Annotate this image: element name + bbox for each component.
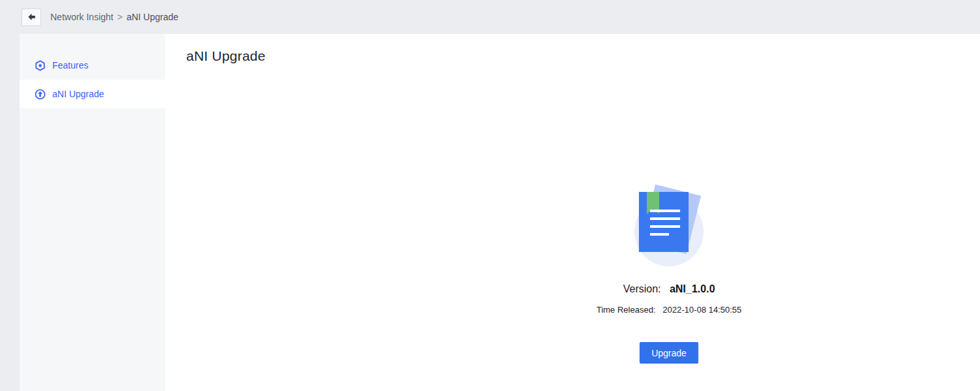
upgrade-panel: Version: aNI_1.0.0 Time Released: 2022-1… — [596, 189, 742, 364]
main-shell: Features aNI Upgrade aNI Upgrade — [0, 34, 980, 391]
left-gutter — [0, 34, 20, 391]
top-bar: Network Insight > aNI Upgrade — [0, 0, 980, 34]
breadcrumb-separator: > — [117, 12, 122, 22]
version-label: Version: — [623, 283, 661, 294]
breadcrumb-parent[interactable]: Network Insight — [50, 12, 113, 22]
arrow-up-circle-icon — [35, 89, 46, 100]
arrow-left-icon — [27, 12, 37, 22]
time-released-label: Time Released: — [596, 305, 656, 315]
illustration-document — [639, 192, 689, 252]
sidebar-item-label: aNI Upgrade — [52, 89, 104, 99]
upgrade-button[interactable]: Upgrade — [640, 342, 698, 364]
sidebar-item-features[interactable]: Features — [20, 51, 165, 80]
version-value: aNI_1.0.0 — [670, 283, 715, 294]
breadcrumb: Network Insight > aNI Upgrade — [50, 12, 178, 22]
document-with-bookmark-icon — [629, 189, 709, 266]
time-released-line: Time Released: 2022-10-08 14:50:55 — [596, 305, 742, 315]
hexagon-dot-icon — [35, 60, 46, 71]
sidebar-item-label: Features — [52, 60, 88, 70]
time-released-value: 2022-10-08 14:50:55 — [662, 305, 742, 315]
document-text-lines — [650, 210, 680, 241]
breadcrumb-current: aNI Upgrade — [127, 12, 178, 22]
sidebar: Features aNI Upgrade — [20, 34, 165, 391]
version-line: Version: aNI_1.0.0 — [623, 283, 715, 295]
content-area: aNI Upgrade Version: aNI_ — [165, 34, 980, 391]
back-button[interactable] — [22, 8, 41, 26]
page-title: aNI Upgrade — [165, 34, 980, 64]
sidebar-item-ani-upgrade[interactable]: aNI Upgrade — [20, 80, 165, 108]
